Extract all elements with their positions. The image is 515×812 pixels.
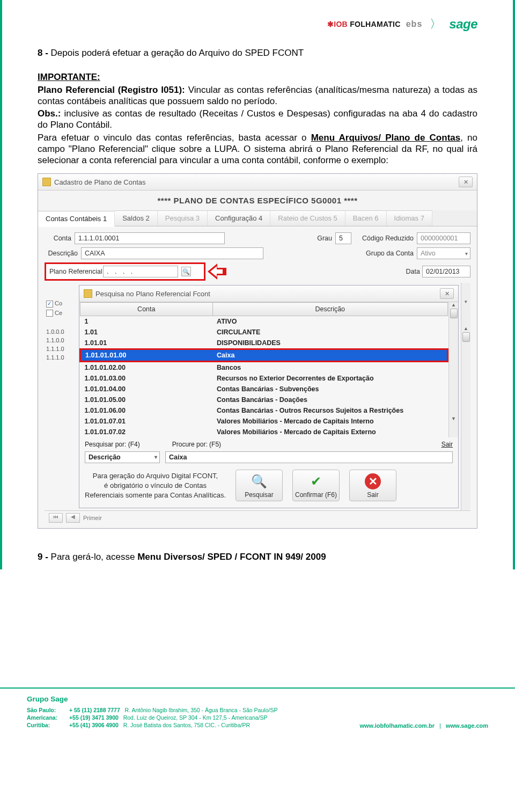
tab-pesquisa[interactable]: Pesquisa 3 (158, 210, 208, 226)
tab-rateio[interactable]: Rateio de Custos 5 (270, 210, 345, 226)
field-data[interactable]: 02/01/2013 (422, 266, 470, 277)
brand-separator: 〉 (430, 16, 442, 32)
tab-contas-contabeis[interactable]: Contas Contábeis 1 (38, 211, 115, 226)
tab-bacen[interactable]: Bacen 6 (345, 210, 387, 226)
close-button[interactable]: ✕ (459, 177, 473, 187)
footer-address-row: Americana: +55 (19) 3471 3900 Rod. Luiz … (27, 714, 277, 721)
check-ce[interactable]: Ce (45, 309, 66, 318)
tab-strip: Contas Contábeis 1 Saldos 2 Pesquisa 3 C… (38, 210, 477, 226)
window-icon (42, 178, 51, 186)
lookup-button[interactable]: 🔍 (181, 267, 191, 276)
side-code: 1.1.1.0 (45, 353, 66, 362)
label-pesquisar-por: Pesquisar por: (F4) (85, 441, 140, 448)
window-title: Cadastro de Plano de Contas (54, 178, 459, 186)
footer-address-row: São Paulo: + 55 (11) 2188 7777 R. Antôni… (27, 706, 277, 714)
footer-group: Grupo Sage (27, 695, 277, 703)
sair-button[interactable]: ✕ Sair (349, 470, 396, 501)
label-plano-referencial: Plano Referencial (49, 268, 103, 275)
field-conta[interactable]: 1.1.1.01.0001 (75, 232, 225, 244)
body-text-bottom: 9 - Para gerá-lo, acesse Menu Diversos/ … (38, 551, 477, 562)
combo-grupo-conta[interactable]: Ativo (417, 247, 470, 259)
sair-link[interactable]: Sair (442, 441, 453, 448)
label-descricao: Descrição (45, 250, 78, 257)
label-data: Data (401, 268, 420, 275)
label-grupo-conta: Grupo da Conta (355, 250, 414, 257)
table-row[interactable]: 1.01.01.04.00Contas Bancárias - Subvençõ… (80, 384, 448, 394)
label-conta: Conta (45, 235, 71, 242)
nav-prev[interactable]: ◀ (66, 513, 80, 523)
table-row[interactable]: 1ATIVO (80, 316, 448, 327)
table-row[interactable]: 1.01.01.05.00Contas Bancárias - Doações (80, 394, 448, 405)
nav-first[interactable]: ⏮ (49, 513, 63, 523)
label-grau: Grau (311, 235, 332, 242)
side-code: 1.0.0.0 (45, 327, 66, 336)
check-co[interactable]: Co (45, 299, 66, 309)
search-icon: 🔍 (250, 473, 268, 489)
confirmar-button[interactable]: ✔ Confirmar (F6) (292, 470, 340, 501)
col-header-descricao: Descrição (212, 303, 447, 316)
field-grau[interactable]: 5 (335, 232, 351, 244)
field-codigo-reduzido: 0000000001 (417, 232, 470, 244)
table-row[interactable]: 1.01.01.03.00Recursos no Exterior Decorr… (80, 373, 448, 384)
field-plano-referencial[interactable]: . . . . (103, 266, 178, 277)
tip-text: Para geração do Arquivo Digital FCONT, é… (85, 471, 226, 500)
window-cadastro-plano-contas: Cadastro de Plano de Contas ✕ **** PLANO… (38, 173, 477, 529)
nav-label: Primeir (83, 515, 102, 521)
table-row[interactable]: 1.01.01.06.00Contas Bancárias - Outros R… (80, 405, 448, 416)
brand-bar: ✱IOB FOLHAMATIC ebs 〉 sage (38, 16, 477, 32)
table-row[interactable]: 1.01CIRCULANTE (80, 327, 448, 338)
scrollbar[interactable]: ▲ ▼ (448, 302, 458, 437)
table-row[interactable]: 1.01.01.07.02Valores Mobiliários - Merca… (80, 427, 448, 437)
table-row[interactable]: 1.01.01.02.00Bancos (80, 362, 448, 374)
footer-address-row: Curitiba: +55 (41) 3906 4900 R. José Bat… (27, 721, 277, 729)
pesquisar-button[interactable]: 🔍 Pesquisar (236, 470, 283, 501)
close-icon: ✕ (364, 473, 382, 489)
field-procure-por[interactable]: Caixa (165, 451, 453, 463)
sage-logo: sage (449, 17, 477, 32)
results-table: Conta Descrição 1ATIVO1.01CIRCULANTE1.01… (79, 302, 448, 437)
outer-scrollbar[interactable]: ▾ ▲ (461, 283, 470, 510)
tab-idiomas[interactable]: Idiomas 7 (387, 210, 432, 226)
table-row[interactable]: 1.01.01DISPONIBILIDADES (80, 338, 448, 349)
footer-links: www.iobfolhamatic.com.br | www.sage.com (359, 722, 488, 729)
window-titlebar: Cadastro de Plano de Contas ✕ (38, 174, 477, 191)
table-row[interactable]: 1.01.01.01.00Caixa (80, 349, 448, 362)
ebs-logo: ebs (406, 19, 423, 29)
body-text-block: 8 - Depois poderá efetuar a geração do A… (38, 47, 477, 166)
highlight-plano-referencial: Plano Referencial . . . . 🔍 (45, 262, 205, 281)
inner-window-titlebar: Pesquisa no Plano Referencial Fcont ✕ (79, 286, 458, 302)
side-code: 1.1.0.0 (45, 336, 66, 345)
close-button[interactable]: ✕ (440, 288, 454, 299)
combo-pesquisar-por[interactable]: Descrição (85, 451, 160, 463)
callout-arrow (208, 262, 231, 281)
label-procure-por: Procure por: (F5) (172, 441, 221, 448)
tab-configuracao[interactable]: Configuração 4 (208, 210, 270, 226)
tab-saldos[interactable]: Saldos 2 (115, 210, 158, 226)
side-code: 1.1.1.0 (45, 345, 66, 353)
table-row[interactable]: 1.01.01.07.01Valores Mobiliários - Merca… (80, 416, 448, 427)
check-icon: ✔ (307, 473, 325, 489)
banner-title: **** PLANO DE CONTAS ESPECÍFICO 5G0001 *… (38, 191, 477, 210)
col-header-conta: Conta (80, 303, 213, 316)
label-codigo-reduzido: Código Reduzido (355, 235, 414, 242)
inner-window-title: Pesquisa no Plano Referencial Fcont (95, 290, 440, 298)
iob-logo: ✱IOB FOLHAMATIC (327, 20, 401, 28)
window-pesquisa-plano-referencial: Pesquisa no Plano Referencial Fcont ✕ Co… (79, 285, 459, 508)
page-footer: Grupo Sage São Paulo: + 55 (11) 2188 777… (0, 687, 515, 739)
field-descricao[interactable]: CAIXA (81, 247, 263, 259)
record-nav-strip: ⏮ ◀ Primeir (45, 510, 470, 525)
window-icon (84, 289, 92, 298)
